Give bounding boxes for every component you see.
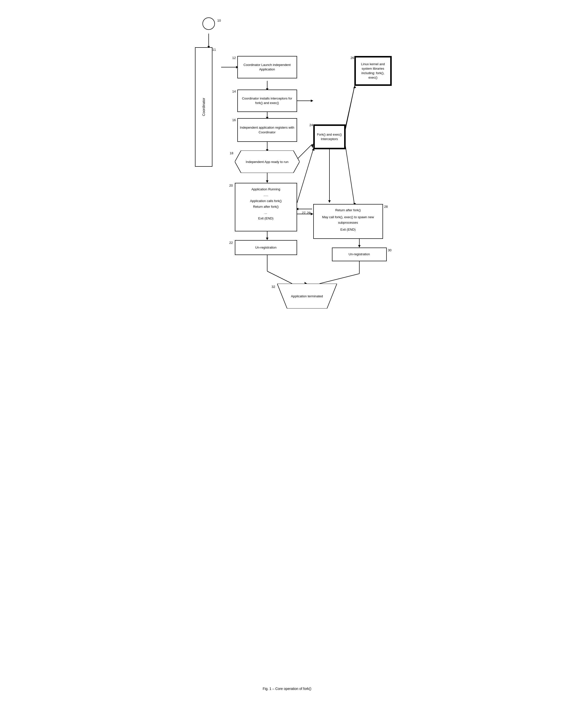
box-12-label: Coordinator Launch independent Applicati…: [240, 63, 295, 72]
diagram: 10 Coordinator 11 Coordinator Launch ind…: [180, 10, 394, 682]
num-29: 29: [307, 211, 311, 215]
box-20-line5: ...: [264, 210, 267, 216]
num-11: 11: [212, 48, 216, 51]
num-28: 28: [384, 205, 388, 209]
coordinator-box: Coordinator: [195, 47, 212, 167]
trapezoid-32-label: Application terminated: [291, 294, 323, 298]
box-16-label: Independent application registers with C…: [240, 125, 295, 134]
svg-marker-13: [266, 238, 269, 240]
hex-18-label: Independent App ready to run: [246, 160, 288, 164]
box-28-line2: May call fork(), exec() to spawn new sub…: [316, 215, 380, 225]
svg-marker-17: [311, 144, 313, 148]
num-24: 24: [310, 123, 313, 127]
page: 10 Coordinator 11 Coordinator Launch ind…: [175, 0, 399, 706]
hex-18: Independent App ready to run: [235, 150, 299, 173]
box-20-line3: Application calls fork(): [250, 198, 282, 204]
box-22-label: Un-registration: [255, 245, 277, 250]
box-28-line3: Exit (END): [340, 227, 356, 232]
box-20-line2: .....: [263, 192, 268, 198]
svg-line-22: [344, 87, 354, 134]
box-30: Un-registration: [332, 247, 387, 261]
box-16: Independent application registers with C…: [237, 118, 297, 142]
svg-marker-32: [358, 245, 361, 247]
trapezoid-32: Application terminated: [277, 284, 337, 309]
svg-line-34: [267, 271, 292, 284]
svg-marker-11: [266, 180, 269, 183]
svg-marker-15: [311, 99, 313, 102]
num-26: 26: [351, 56, 354, 60]
num-10: 10: [217, 19, 221, 22]
box-12: Coordinator Launch independent Applicati…: [237, 56, 297, 78]
box-20-line6: Exit (END): [258, 216, 274, 221]
start-circle: [202, 17, 215, 30]
num-27: 27: [302, 211, 305, 215]
box-24: Fork() and exec() Interceptors: [313, 124, 346, 149]
box-20: Application Running ..... Application ca…: [235, 183, 297, 231]
num-32: 32: [272, 285, 275, 288]
svg-line-36: [320, 274, 359, 284]
box-26: Linux kernel and system libraries includ…: [354, 56, 392, 86]
box-24-label: Fork() and exec() Interceptors: [316, 132, 343, 141]
fig-caption: Fig. 1 – Core operation of fork(): [180, 687, 394, 691]
box-28: Return after fork() May call fork(), exe…: [313, 204, 383, 239]
box-30-label: Un-registration: [348, 252, 370, 257]
num-30: 30: [388, 248, 392, 252]
num-16: 16: [232, 118, 236, 122]
svg-marker-30: [311, 213, 313, 215]
box-20-line1: Application Running: [251, 186, 280, 192]
coordinator-label: Coordinator: [202, 98, 206, 116]
num-18: 18: [230, 151, 233, 155]
box-26-label: Linux kernel and system libraries includ…: [357, 62, 389, 80]
num-22: 22: [229, 241, 233, 244]
svg-marker-24: [328, 200, 331, 203]
svg-marker-21: [353, 86, 356, 88]
num-12: 12: [232, 56, 236, 60]
svg-line-25: [344, 139, 354, 204]
box-22: Un-registration: [235, 240, 297, 255]
num-20: 20: [229, 184, 233, 187]
box-14: Coordinator installs interceptors for fo…: [237, 90, 297, 112]
box-14-label: Coordinator installs interceptors for fo…: [240, 96, 295, 105]
box-20-line4: Return after fork(): [253, 204, 279, 210]
num-14: 14: [232, 90, 236, 93]
svg-line-20: [344, 87, 354, 132]
box-28-line1: Return after fork(): [335, 208, 361, 213]
